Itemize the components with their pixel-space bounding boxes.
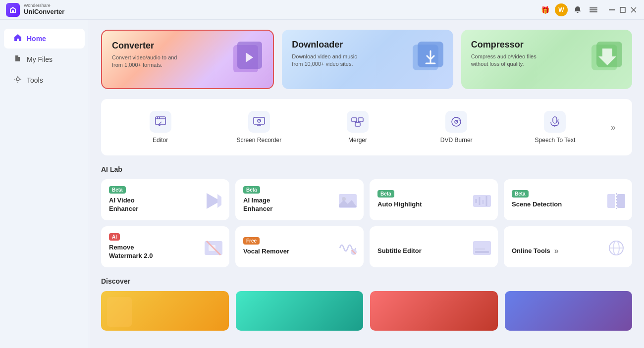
subtitle-editor-icon — [471, 237, 493, 263]
svg-rect-15 — [156, 117, 165, 125]
svg-rect-0 — [12, 10, 14, 13]
close-button[interactable] — [629, 5, 638, 14]
beta-badge: Beta — [109, 186, 126, 194]
screen-recorder-icon — [248, 111, 270, 133]
discover-card-4[interactable] — [505, 291, 633, 331]
tools-row: Editor Screen Recorder — [101, 99, 632, 155]
svg-point-24 — [259, 120, 260, 121]
tool-merger[interactable]: Merger — [308, 107, 407, 148]
discover-title: Discover — [101, 277, 632, 285]
gift-icon[interactable]: 🎁 — [539, 4, 551, 16]
beta-badge-4: Beta — [512, 190, 529, 198]
user-avatar[interactable]: W — [555, 3, 568, 16]
merger-icon — [347, 111, 369, 133]
beta-badge-2: Beta — [243, 186, 260, 194]
ai-lab-grid: Beta AI VideoEnhancer Beta AI ImageEnhan… — [101, 179, 632, 267]
tools-more-button[interactable]: » — [604, 118, 622, 136]
downloader-card[interactable]: Downloader Download video and music from… — [282, 30, 453, 89]
app-logo: Wondershare UniConverter — [6, 3, 64, 17]
sidebar: Home My Files Tools — [0, 20, 89, 348]
svg-rect-5 — [620, 7, 625, 12]
downloader-desc: Download video and music from 10,000+ vi… — [292, 53, 361, 68]
remove-watermark-icon — [203, 237, 224, 263]
discover-card-3[interactable] — [370, 291, 498, 331]
scene-detection-icon — [605, 190, 627, 216]
dvd-burner-label: DVD Burner — [440, 137, 473, 144]
files-icon — [14, 54, 22, 64]
home-icon — [14, 34, 22, 44]
svg-rect-26 — [358, 118, 363, 122]
svg-rect-53 — [475, 248, 485, 250]
sidebar-item-tools[interactable]: Tools — [4, 70, 85, 90]
tool-screen-recorder[interactable]: Screen Recorder — [210, 107, 308, 148]
content-area: Converter Convert video/audio to and fro… — [89, 20, 644, 348]
svg-rect-44 — [617, 194, 625, 208]
online-tools-icon — [605, 237, 627, 263]
ai-badge: AI — [109, 233, 120, 241]
auto-highlight-icon — [471, 190, 493, 216]
speech-to-text-icon — [544, 111, 566, 133]
ai-card-online-tools[interactable]: Online Tools » — [504, 226, 632, 267]
ai-lab-title: AI Lab — [101, 165, 632, 173]
editor-label: Editor — [153, 137, 168, 144]
sidebar-myfiles-label: My Files — [27, 55, 53, 63]
svg-point-8 — [16, 78, 19, 81]
sidebar-item-myfiles[interactable]: My Files — [4, 50, 85, 69]
svg-rect-3 — [590, 11, 597, 12]
ai-card-vocal-remover[interactable]: Free Vocal Remover — [235, 226, 364, 267]
maximize-button[interactable] — [618, 5, 627, 14]
hero-cards: Converter Convert video/audio to and fro… — [101, 30, 632, 89]
converter-desc: Convert video/audio to and from 1,000+ f… — [112, 54, 181, 69]
converter-card[interactable]: Converter Convert video/audio to and fro… — [101, 30, 274, 89]
svg-rect-4 — [609, 9, 615, 10]
screen-recorder-label: Screen Recorder — [236, 137, 281, 144]
main-layout: Home My Files Tools Converter Convert vi… — [0, 20, 644, 348]
logo-text: Wondershare UniConverter — [24, 3, 64, 15]
editor-icon — [150, 111, 171, 133]
notification-icon[interactable] — [572, 4, 584, 16]
ai-card-image-enhancer[interactable]: Beta AI ImageEnhancer — [235, 179, 364, 220]
ai-card-auto-highlight[interactable]: Beta Auto Highlight — [370, 179, 498, 220]
free-badge: Free — [243, 237, 260, 245]
window-controls — [607, 5, 638, 14]
speech-to-text-label: Speech To Text — [535, 137, 576, 144]
app-name: UniConverter — [24, 8, 64, 15]
svg-rect-27 — [355, 122, 360, 126]
sidebar-tools-label: Tools — [27, 76, 43, 84]
ai-card-video-enhancer[interactable]: Beta AI VideoEnhancer — [101, 179, 229, 220]
minimize-button[interactable] — [607, 5, 616, 14]
svg-rect-2 — [590, 9, 597, 10]
ai-card-remove-watermark[interactable]: AI RemoveWatermark 2.0 — [101, 226, 229, 267]
svg-rect-1 — [590, 7, 597, 8]
converter-icon — [228, 38, 268, 83]
tools-icon — [14, 75, 22, 85]
ai-card-scene-detection[interactable]: Beta Scene Detection — [504, 179, 632, 220]
downloader-icon — [409, 39, 448, 84]
ai-image-enhancer-icon — [337, 190, 359, 216]
compressor-card[interactable]: Compressor Compress audio/video files wi… — [461, 30, 632, 89]
tool-speech-to-text[interactable]: Speech To Text — [506, 107, 604, 148]
compressor-icon — [588, 39, 627, 84]
svg-rect-25 — [352, 118, 357, 122]
compressor-desc: Compress audio/video files without loss … — [471, 53, 540, 68]
titlebar: Wondershare UniConverter 🎁 W — [0, 0, 644, 20]
dvd-burner-icon — [445, 111, 467, 133]
vocal-remover-icon — [337, 237, 359, 263]
discover-grid — [101, 291, 632, 331]
svg-rect-33 — [553, 117, 557, 123]
svg-rect-52 — [475, 251, 489, 253]
beta-badge-3: Beta — [377, 190, 394, 198]
ai-card-subtitle-editor[interactable]: Subtitle Editor — [370, 226, 498, 267]
tool-editor[interactable]: Editor — [111, 107, 210, 148]
sidebar-item-home[interactable]: Home — [4, 29, 85, 49]
discover-card-1[interactable] — [101, 291, 229, 331]
svg-rect-43 — [607, 194, 615, 208]
tool-dvd-burner[interactable]: DVD Burner — [407, 107, 506, 148]
menu-icon[interactable] — [588, 4, 599, 16]
logo-icon — [6, 3, 20, 17]
svg-line-28 — [354, 122, 358, 122]
titlebar-controls: 🎁 W — [539, 3, 638, 16]
sidebar-home-label: Home — [27, 35, 46, 43]
discover-card-2[interactable] — [236, 291, 364, 331]
svg-point-32 — [456, 121, 457, 122]
